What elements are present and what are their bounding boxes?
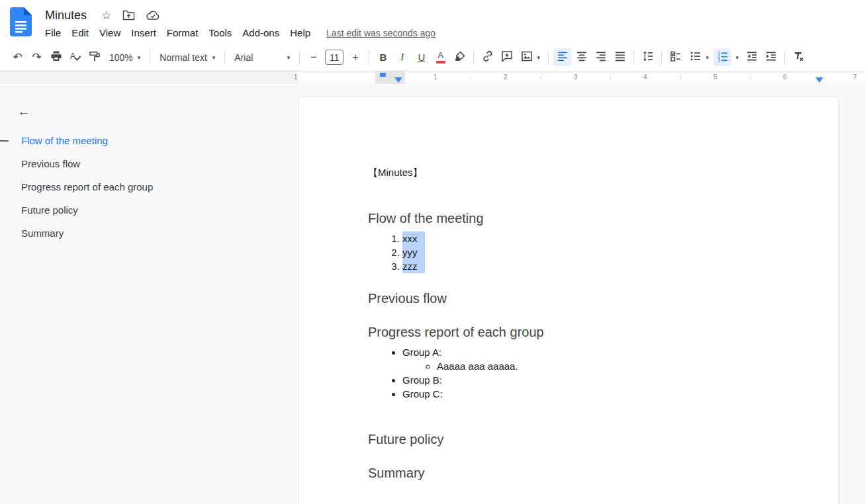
toolbar-separator (548, 51, 549, 64)
ruler-tick: 5 (713, 73, 717, 81)
ruler-tick: 1 (433, 73, 437, 81)
undo-button[interactable]: ↶ (9, 48, 26, 66)
outline-item-future-policy[interactable]: Future policy (0, 198, 298, 222)
font-size-input[interactable]: 11 (325, 50, 343, 65)
align-center-icon (576, 50, 588, 65)
minus-icon: − (310, 52, 317, 63)
menu-format[interactable]: Format (161, 26, 204, 40)
zoom-value: 100% (109, 52, 133, 63)
close-outline-button[interactable]: ← (15, 102, 33, 120)
outline-item-summary[interactable]: Summary (0, 222, 298, 245)
ruler[interactable]: 1 1 2 3 4 5 6 7 (0, 71, 865, 84)
toolbar-separator (150, 51, 150, 64)
redo-button[interactable]: ↷ (28, 48, 46, 66)
justify-button[interactable] (611, 48, 629, 66)
first-line-indent-marker[interactable] (380, 73, 386, 77)
outline-item-label: Previous flow (21, 158, 80, 169)
clear-formatting-button[interactable] (790, 48, 807, 66)
ruler-tick: 7 (853, 73, 857, 81)
image-icon (521, 50, 533, 65)
outline-item-flow-of-the-meeting[interactable]: Flow of the meeting (0, 129, 298, 152)
insert-image-button[interactable]: ▾ (517, 48, 543, 66)
outline-item-progress-report[interactable]: Progress report of each group (0, 175, 298, 198)
ruler-tick: 1 (294, 73, 298, 81)
doc-heading-summary: Summary (368, 464, 798, 482)
left-indent-marker[interactable] (394, 77, 402, 83)
checklist-button[interactable] (666, 48, 684, 66)
ruler-tick: 2 (504, 73, 508, 81)
bold-button[interactable]: B (374, 48, 392, 66)
list-item: Group B: (402, 373, 798, 387)
spell-check-button[interactable]: A (66, 48, 84, 66)
document-title[interactable]: Minutes (45, 9, 87, 22)
svg-text:A: A (70, 51, 75, 60)
menu-file[interactable]: File (40, 26, 66, 40)
add-comment-button[interactable] (498, 48, 516, 66)
list-item: Group C: (402, 387, 798, 401)
star-icon[interactable]: ☆ (101, 9, 111, 22)
print-button[interactable] (47, 48, 65, 66)
styles-value: Normal text (159, 52, 207, 63)
indent-button[interactable] (762, 48, 780, 66)
link-icon (481, 50, 494, 65)
font-size-increase-button[interactable]: + (346, 48, 364, 66)
move-folder-icon[interactable] (122, 10, 135, 21)
menu-view[interactable]: View (94, 26, 126, 40)
doc-heading-future-policy: Future policy (368, 431, 798, 448)
styles-select[interactable]: Normal text ▾ (155, 48, 220, 66)
ruler-left-shade (0, 71, 298, 84)
ruler-tick: 6 (783, 73, 787, 81)
italic-button[interactable]: I (393, 48, 411, 66)
line-spacing-button[interactable] (639, 48, 657, 66)
highlight-color-button[interactable] (451, 48, 469, 66)
outdent-button[interactable] (743, 48, 760, 66)
toolbar: ↶ ↷ A 100% ▾ Normal text ▾ Arial ▾ − 11 … (0, 44, 865, 71)
list-item-text: Aaaaa aaa aaaaa. (437, 360, 518, 372)
font-value: Arial (234, 52, 253, 63)
caret-down-icon: ▾ (138, 54, 141, 61)
font-select[interactable]: Arial ▾ (230, 48, 295, 66)
spell-check-icon: A (69, 50, 81, 65)
last-edit-link[interactable]: Last edit was seconds ago (326, 28, 435, 38)
align-right-button[interactable] (592, 48, 610, 66)
docs-logo[interactable] (10, 7, 32, 36)
menu-insert[interactable]: Insert (126, 26, 161, 40)
bulleted-list-button[interactable]: ▾ (686, 48, 712, 66)
menu-tools[interactable]: Tools (203, 26, 237, 40)
document-page[interactable]: 【Minutes】 Flow of the meeting xxx yyy zz… (298, 96, 839, 504)
menu-edit[interactable]: Edit (66, 26, 94, 40)
numbered-list-options-button[interactable]: ▾ (733, 48, 741, 66)
toolbar-separator (661, 51, 662, 64)
selected-list-text: yyy (402, 245, 425, 259)
numbered-list-button[interactable]: 123 (713, 48, 731, 66)
current-position-indicator (0, 140, 9, 142)
title-row: Minutes ☆ (45, 7, 435, 24)
font-size-decrease-button[interactable]: − (304, 48, 322, 66)
indent-icon (765, 50, 777, 65)
zoom-select[interactable]: 100% ▾ (105, 48, 145, 66)
underline-button[interactable]: U (412, 48, 430, 66)
highlighter-icon (454, 50, 466, 65)
outline-item-previous-flow[interactable]: Previous flow (0, 152, 298, 175)
doc-heading-flow-of-the-meeting: Flow of the meeting (368, 210, 798, 227)
paint-format-button[interactable] (85, 48, 103, 66)
text-color-icon: A (436, 51, 445, 63)
document-canvas: 【Minutes】 Flow of the meeting xxx yyy zz… (298, 85, 865, 504)
caret-down-icon: ▾ (706, 54, 709, 61)
cloud-status-icon[interactable] (146, 11, 159, 21)
align-center-button[interactable] (572, 48, 590, 66)
checklist-icon (670, 50, 682, 65)
list-item: Aaaaa aaa aaaaa. (437, 359, 798, 373)
header-main: Minutes ☆ File Edit View Insert Format T… (45, 7, 435, 40)
menu-addons[interactable]: Add-ons (237, 26, 285, 40)
list-item: zzz (402, 259, 798, 273)
align-left-button[interactable] (553, 48, 571, 66)
selected-list-text: zzz (402, 259, 425, 273)
insert-link-button[interactable] (478, 48, 496, 66)
text-color-button[interactable]: A (432, 48, 449, 66)
menu-help[interactable]: Help (285, 26, 316, 40)
docs-logo-icon (10, 7, 32, 36)
doc-heading-progress-report: Progress report of each group (368, 323, 798, 341)
ruler-minor-ticks (366, 77, 856, 79)
right-indent-marker[interactable] (815, 77, 823, 83)
